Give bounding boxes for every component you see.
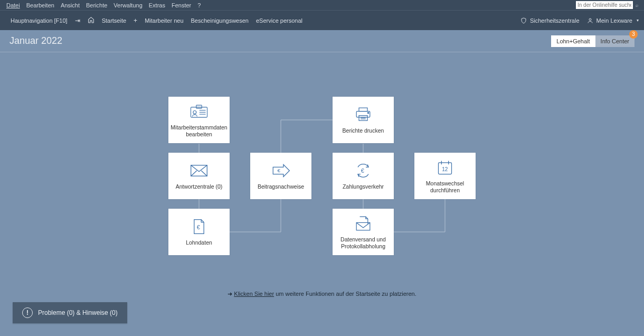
tile-label: Datenversand und Protokollabholung xyxy=(333,236,394,250)
chevron-down-icon: ▾ xyxy=(637,18,639,23)
account-link[interactable]: Mein Lexware ▾ xyxy=(587,17,639,24)
tab-info-center[interactable]: Info Center xyxy=(595,35,634,47)
menu-berichte[interactable]: Berichte xyxy=(83,1,110,10)
menu-help[interactable]: ? xyxy=(194,1,204,10)
svg-point-0 xyxy=(589,18,591,21)
nav-label[interactable]: Hauptnavigation [F10] xyxy=(11,17,68,24)
menu-bearbeiten[interactable]: Bearbeiten xyxy=(23,1,58,10)
mail-document-icon xyxy=(355,214,372,233)
link-bescheinigungswesen[interactable]: Bescheinigungswesen xyxy=(191,17,249,24)
tab-lohn-gehalt[interactable]: Lohn+Gehalt xyxy=(551,35,595,47)
workflow-canvas: Mitarbeiterstammdaten bearbeiten Bericht… xyxy=(0,52,644,311)
menu-verwaltung[interactable]: Verwaltung xyxy=(110,1,145,10)
search-icon: ⌕ xyxy=(636,3,638,8)
svg-text:€: € xyxy=(361,168,364,174)
arrow-icon: ➜ xyxy=(228,291,232,297)
tile-mitarbeiterstammdaten[interactable]: Mitarbeiterstammdaten bearbeiten xyxy=(168,97,230,143)
tile-berichte-drucken[interactable]: Berichte drucken xyxy=(333,97,394,143)
svg-text:12: 12 xyxy=(442,166,448,172)
euro-document-icon: € xyxy=(192,217,206,236)
menubar-items: Datei Bearbeiten Ansicht Berichte Verwal… xyxy=(3,1,204,10)
tile-label: Zahlungsverkehr xyxy=(340,183,386,190)
add-function-hint: ➜ Klicken Sie hier um weitere Funktionen… xyxy=(0,291,644,297)
svg-line-18 xyxy=(191,171,197,176)
home-link[interactable]: Startseite xyxy=(102,17,126,24)
calendar-icon: 12 xyxy=(437,158,453,177)
status-button[interactable]: ! Probleme (0) & Hinweise (0) xyxy=(13,302,127,323)
tile-label: Mitarbeiterstammdaten bearbeiten xyxy=(168,124,230,138)
tile-monatswechsel[interactable]: 12 Monatswechsel durchführen xyxy=(414,153,476,199)
home-icon[interactable] xyxy=(88,16,94,25)
page-title: Januar 2022 xyxy=(10,35,62,46)
tile-label: Monatswechsel durchführen xyxy=(414,180,476,194)
svg-text:€: € xyxy=(277,168,280,174)
toolbar: Hauptnavigation [F10] ⇥ Startseite + Mit… xyxy=(0,10,644,30)
shield-icon xyxy=(520,17,527,24)
id-card-icon xyxy=(190,102,208,121)
svg-line-19 xyxy=(201,171,207,176)
tile-lohndaten[interactable]: € Lohndaten xyxy=(168,209,230,255)
help-search-input[interactable] xyxy=(576,1,633,9)
security-link[interactable]: Sicherheitszentrale xyxy=(520,17,580,24)
menu-ansicht[interactable]: Ansicht xyxy=(58,1,83,10)
tile-beitragsnachweise[interactable]: € Beitragsnachweise xyxy=(250,153,311,199)
euro-cycle-icon: € xyxy=(354,161,372,180)
alert-icon: ! xyxy=(22,307,33,318)
menubar: Datei Bearbeiten Ansicht Berichte Verwal… xyxy=(0,0,644,10)
tile-zahlungsverkehr[interactable]: € Zahlungsverkehr xyxy=(333,153,394,199)
svg-point-7 xyxy=(193,110,196,114)
link-mitarbeiter-neu[interactable]: Mitarbeiter neu xyxy=(145,17,183,24)
euro-arrow-icon: € xyxy=(271,161,290,180)
menu-extras[interactable]: Extras xyxy=(146,1,168,10)
page-header: Januar 2022 Lohn+Gehalt Info Center 3 xyxy=(0,30,644,52)
tile-label: Beitragsnachweise xyxy=(255,183,306,190)
envelope-icon xyxy=(190,161,208,180)
hint-suffix: um weitere Funktionen auf der Startseite… xyxy=(274,291,416,297)
user-icon xyxy=(587,17,593,24)
plus-icon[interactable]: + xyxy=(134,17,137,24)
svg-rect-6 xyxy=(196,105,202,108)
svg-rect-13 xyxy=(359,116,367,121)
svg-point-14 xyxy=(367,113,368,114)
security-label: Sicherheitszentrale xyxy=(530,17,580,24)
svg-rect-11 xyxy=(359,108,367,111)
tile-label: Antwortzentrale (0) xyxy=(174,183,225,190)
status-label: Probleme (0) & Hinweise (0) xyxy=(38,309,118,316)
printer-icon xyxy=(355,105,372,124)
menu-fenster[interactable]: Fenster xyxy=(168,1,194,10)
notification-badge: 3 xyxy=(629,30,638,39)
menu-datei[interactable]: Datei xyxy=(3,1,23,10)
tabs: Lohn+Gehalt Info Center 3 xyxy=(551,35,634,47)
tile-datenversand[interactable]: Datenversand und Protokollabholung xyxy=(333,209,394,255)
add-function-link[interactable]: Klicken Sie hier xyxy=(234,291,274,297)
account-label: Mein Lexware xyxy=(596,17,632,24)
svg-text:€: € xyxy=(197,224,200,230)
help-search-button[interactable]: ⌕ xyxy=(633,1,641,9)
svg-marker-20 xyxy=(273,165,289,177)
help-search: ⌕ xyxy=(576,1,641,9)
tile-label: Lohndaten xyxy=(184,239,214,246)
tile-antwortzentrale[interactable]: Antwortzentrale (0) xyxy=(168,153,230,199)
link-eservice[interactable]: eService personal xyxy=(256,17,302,24)
tile-label: Berichte drucken xyxy=(340,127,386,134)
pin-icon[interactable]: ⇥ xyxy=(75,17,80,24)
